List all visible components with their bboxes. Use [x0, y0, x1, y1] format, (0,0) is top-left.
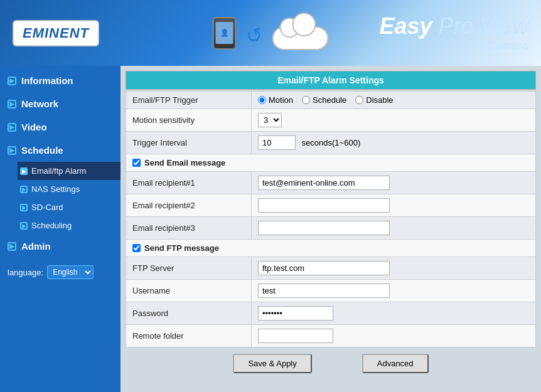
advanced-button[interactable]: Advanced: [362, 354, 429, 373]
send-email-checkbox-label[interactable]: Send Email message: [132, 158, 529, 167]
email-ftp-arrow-icon: ▶: [20, 167, 28, 175]
trigger-radio-group: Motion Schedule Disable: [258, 95, 529, 105]
cloud-bump2: [292, 13, 316, 36]
sidebar-sub-item-sdcard[interactable]: ▶ SD-Card: [18, 198, 121, 216]
trigger-interval-suffix: seconds(1~600): [302, 138, 361, 147]
sidebar-item-admin[interactable]: ▶ Admin: [0, 235, 121, 258]
ftp-server-value: [252, 257, 536, 280]
form-table: Email/FTP Trigger Motion Schedule: [126, 91, 536, 347]
email-recipient1-value: [252, 172, 536, 194]
language-select[interactable]: English Dutch German French Spanish: [47, 265, 94, 279]
schedule-arrow-icon: ▶: [8, 146, 16, 155]
information-arrow-icon: ▶: [8, 77, 16, 85]
send-email-text: Send Email message: [144, 158, 225, 167]
sidebar-item-schedule[interactable]: ▶ Schedule: [0, 139, 121, 162]
username-value: [252, 280, 536, 302]
header: EMINENT 👤 ↺ Easy Pro View IP Camera: [0, 0, 541, 66]
username-row: Username: [126, 280, 536, 302]
trigger-interval-input[interactable]: [258, 135, 296, 150]
username-input[interactable]: [258, 283, 390, 298]
curved-arrow-icon: ↺: [244, 22, 264, 48]
trigger-disable-radio[interactable]: [355, 96, 363, 104]
sidebar-sub-item-email-ftp[interactable]: ▶ Email/ftp Alarm: [18, 162, 121, 180]
sidebar-sub-item-email-ftp-label: Email/ftp Alarm: [31, 166, 86, 176]
trigger-row: Email/FTP Trigger Motion Schedule: [126, 92, 536, 109]
send-ftp-checkbox[interactable]: [132, 244, 141, 252]
ftp-server-input[interactable]: [258, 261, 390, 275]
language-row: language: English Dutch German French Sp…: [0, 260, 121, 284]
sidebar-item-network-label: Network: [21, 98, 58, 109]
main-container: ▶ Information ▶ Network ▶ Video ▶ Schedu…: [0, 66, 541, 392]
remote-folder-input[interactable]: [258, 329, 333, 343]
arrow-graphic: ↺: [246, 24, 263, 43]
scheduling-arrow-icon: ▶: [20, 222, 28, 230]
motion-sensitivity-label: Motion sensitivity: [126, 109, 252, 132]
trigger-schedule-label[interactable]: Schedule: [302, 95, 346, 105]
send-email-row: Send Email message: [126, 154, 536, 172]
sidebar-sub-item-scheduling-label: Scheduling: [31, 221, 72, 230]
remote-folder-label: Remote folder: [126, 325, 252, 347]
trigger-interval-value: seconds(1~600): [252, 132, 536, 154]
brand-proview: Pro View: [439, 13, 528, 39]
password-value: [252, 302, 536, 325]
sidebar: ▶ Information ▶ Network ▶ Video ▶ Schedu…: [0, 66, 121, 392]
send-ftp-text: Send FTP message: [144, 243, 219, 253]
trigger-motion-text: Motion: [269, 95, 293, 105]
motion-sensitivity-select[interactable]: 1 2 3 4 5: [258, 113, 282, 127]
motion-sensitivity-row: Motion sensitivity 1 2 3 4 5: [126, 109, 536, 132]
send-ftp-cell: Send FTP message: [126, 240, 536, 257]
header-brand: Easy Pro View IP Camera: [380, 13, 528, 53]
brand-ipcamera: IP Camera: [380, 40, 528, 53]
ftp-server-label: FTP Server: [126, 257, 252, 280]
nas-arrow-icon: ▶: [20, 186, 28, 193]
remote-folder-row: Remote folder: [126, 325, 536, 347]
save-apply-button[interactable]: Save & Apply: [233, 354, 311, 373]
trigger-interval-label: Trigger Interval: [126, 132, 252, 154]
send-ftp-row: Send FTP message: [126, 240, 536, 257]
motion-sensitivity-value: 1 2 3 4 5: [252, 109, 536, 132]
trigger-value: Motion Schedule Disable: [252, 92, 536, 109]
send-ftp-checkbox-label[interactable]: Send FTP message: [132, 243, 529, 253]
ftp-server-row: FTP Server: [126, 257, 536, 280]
header-center-graphic: 👤 ↺: [213, 16, 329, 50]
brand-easy: Easy: [380, 13, 439, 39]
email-recipient2-label: Email recipient#2: [126, 194, 252, 217]
email-recipient3-value: [252, 217, 536, 240]
send-email-checkbox[interactable]: [132, 159, 141, 167]
sidebar-sub-schedule: ▶ Email/ftp Alarm ▶ NAS Settings ▶ SD-Ca…: [0, 162, 121, 235]
email-recipient1-label: Email recipient#1: [126, 172, 252, 194]
trigger-motion-label[interactable]: Motion: [258, 95, 293, 105]
phone-icon: 👤: [213, 17, 237, 50]
trigger-schedule-radio[interactable]: [302, 96, 310, 104]
email-recipient3-row: Email recipient#3: [126, 217, 536, 240]
logo-text: EMINENT: [23, 25, 89, 41]
admin-arrow-icon: ▶: [8, 242, 16, 251]
email-recipient3-label: Email recipient#3: [126, 217, 252, 240]
sidebar-item-schedule-label: Schedule: [21, 145, 63, 156]
cloud-graphic: [272, 16, 329, 50]
password-input[interactable]: [258, 306, 333, 320]
email-recipient1-input[interactable]: [258, 176, 390, 190]
phone-screen: 👤: [216, 22, 233, 44]
sidebar-item-video[interactable]: ▶ Video: [0, 115, 121, 139]
email-recipient3-input[interactable]: [258, 221, 390, 235]
trigger-motion-radio[interactable]: [258, 96, 266, 104]
send-email-cell: Send Email message: [126, 154, 536, 172]
trigger-schedule-text: Schedule: [313, 95, 346, 105]
email-recipient2-input[interactable]: [258, 198, 390, 213]
sidebar-item-information-label: Information: [21, 75, 73, 86]
network-arrow-icon: ▶: [8, 100, 16, 109]
sidebar-sub-item-scheduling[interactable]: ▶ Scheduling: [18, 216, 121, 235]
sidebar-sub-item-sdcard-label: SD-Card: [31, 203, 63, 212]
sidebar-item-network[interactable]: ▶ Network: [0, 92, 121, 115]
remote-folder-value: [252, 325, 536, 347]
sidebar-sub-item-nas[interactable]: ▶ NAS Settings: [18, 180, 121, 198]
trigger-disable-text: Disable: [366, 95, 393, 105]
video-arrow-icon: ▶: [8, 123, 16, 132]
email-recipient2-row: Email recipient#2: [126, 194, 536, 217]
sidebar-item-information[interactable]: ▶ Information: [0, 69, 121, 92]
trigger-label: Email/FTP Trigger: [126, 92, 252, 109]
trigger-disable-label[interactable]: Disable: [355, 95, 393, 105]
password-label: Password: [126, 302, 252, 325]
bottom-bar: Save & Apply Advanced: [126, 347, 536, 377]
